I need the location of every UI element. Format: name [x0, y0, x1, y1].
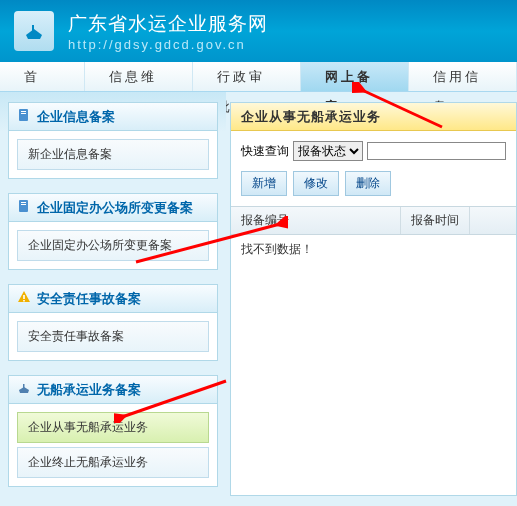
- action-button-0[interactable]: 新增: [241, 171, 287, 196]
- svg-rect-3: [21, 113, 26, 114]
- sidebar-section-1: 企业固定办公场所变更备案企业固定办公场所变更备案: [8, 193, 218, 270]
- top-nav: 首 页信息维护行政审批网上备案信用信息: [0, 62, 517, 92]
- table-header: 报备编号 报备时间: [231, 206, 516, 235]
- section-header: 安全责任事故备案: [9, 285, 217, 313]
- empty-message: 找不到数据！: [241, 242, 313, 256]
- sidebar-item-0-0[interactable]: 新企业信息备案: [17, 139, 209, 170]
- table-body: 找不到数据！: [231, 235, 516, 495]
- section-title: 无船承运业务备案: [37, 381, 141, 399]
- nav-item-3[interactable]: 网上备案: [301, 62, 409, 91]
- svg-rect-4: [19, 200, 28, 212]
- svg-rect-7: [23, 295, 25, 299]
- svg-rect-2: [21, 111, 26, 112]
- sidebar-section-2: 安全责任事故备案安全责任事故备案: [8, 284, 218, 361]
- col-report-no: 报备编号: [231, 207, 401, 234]
- svg-rect-8: [23, 300, 25, 302]
- svg-rect-5: [21, 202, 26, 203]
- section-header: 企业固定办公场所变更备案: [9, 194, 217, 222]
- sidebar-item-1-0[interactable]: 企业固定办公场所变更备案: [17, 230, 209, 261]
- site-title: 广东省水运企业服务网: [68, 11, 268, 37]
- sidebar-section-0: 企业信息备案新企业信息备案: [8, 102, 218, 179]
- nav-item-4[interactable]: 信用信息: [409, 62, 517, 91]
- svg-rect-1: [19, 109, 28, 121]
- nav-item-0[interactable]: 首 页: [0, 62, 85, 91]
- section-header: 企业信息备案: [9, 103, 217, 131]
- sidebar-item-3-1[interactable]: 企业终止无船承运业务: [17, 447, 209, 478]
- svg-rect-9: [23, 384, 25, 388]
- col-report-time: 报备时间: [401, 207, 470, 234]
- warn-icon: [17, 290, 37, 307]
- query-field-select[interactable]: 报备状态: [293, 141, 363, 161]
- section-header: 无船承运业务备案: [9, 376, 217, 404]
- query-input[interactable]: [367, 142, 506, 160]
- file-icon: [17, 108, 37, 125]
- header: 广东省水运企业服务网 http://gdsy.gdcd.gov.cn: [0, 0, 517, 62]
- panel-title: 企业从事无船承运业务: [231, 103, 516, 131]
- svg-rect-0: [32, 25, 34, 31]
- sidebar: 企业信息备案新企业信息备案企业固定办公场所变更备案企业固定办公场所变更备案安全责…: [0, 92, 226, 506]
- ship-icon: [17, 381, 37, 398]
- section-title: 企业信息备案: [37, 108, 115, 126]
- file-icon: [17, 199, 37, 216]
- section-title: 企业固定办公场所变更备案: [37, 199, 193, 217]
- main-area: 企业从事无船承运业务 快速查询 报备状态 新增修改删除 报备编号 报备时间 找不…: [226, 92, 517, 506]
- sidebar-item-2-0[interactable]: 安全责任事故备案: [17, 321, 209, 352]
- section-title: 安全责任事故备案: [37, 290, 141, 308]
- quick-query-label: 快速查询: [241, 143, 289, 160]
- nav-item-1[interactable]: 信息维护: [85, 62, 193, 91]
- action-button-2[interactable]: 删除: [345, 171, 391, 196]
- nav-item-2[interactable]: 行政审批: [193, 62, 301, 91]
- svg-rect-6: [21, 204, 26, 205]
- ship-logo-icon: [14, 11, 54, 51]
- site-url: http://gdsy.gdcd.gov.cn: [68, 37, 268, 52]
- sidebar-section-3: 无船承运业务备案企业从事无船承运业务企业终止无船承运业务: [8, 375, 218, 487]
- action-button-1[interactable]: 修改: [293, 171, 339, 196]
- sidebar-item-3-0[interactable]: 企业从事无船承运业务: [17, 412, 209, 443]
